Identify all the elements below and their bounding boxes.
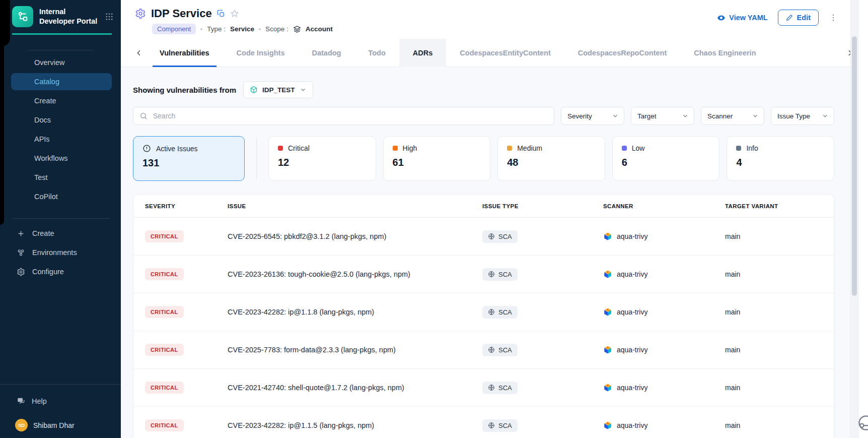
scanner-icon <box>603 307 612 317</box>
severity-badge: CRITICAL <box>145 230 184 242</box>
target-variant: main <box>725 232 834 240</box>
stat-label: Active Issues <box>156 145 197 153</box>
main-area: IDP Service Component Type : Service Sco… <box>121 0 868 438</box>
filter-issue-type[interactable]: Issue Type <box>771 107 834 125</box>
scrollbar-thumb[interactable] <box>852 36 857 296</box>
filter-selects: SeverityTargetScannerIssue Type <box>561 107 834 125</box>
scanner-cell: aqua-trivy <box>603 232 725 241</box>
scanner-name: aqua-trivy <box>617 346 647 354</box>
kind-badge: Component <box>152 24 196 34</box>
column-header-issue-type: ISSUE TYPE <box>482 203 603 209</box>
support-widget-icon[interactable] <box>857 414 868 432</box>
tab-adrs[interactable]: ADRs <box>399 39 446 67</box>
tab-todo[interactable]: Todo <box>354 39 399 67</box>
gear-icon <box>17 268 25 276</box>
sidebar-item-copilot[interactable]: CoPilot <box>11 188 112 205</box>
filter-target[interactable]: Target <box>631 107 694 125</box>
chevron-left-icon[interactable] <box>135 49 143 57</box>
severity-dot <box>622 146 627 151</box>
issue-type-icon <box>488 271 495 278</box>
sidebar-item-overview[interactable]: Overview <box>11 54 112 71</box>
edit-button[interactable]: Edit <box>778 10 819 26</box>
sidebar-item-create[interactable]: Create <box>11 92 112 109</box>
table-row[interactable]: CRITICALCVE-2021-42740: shell-quote@1.7.… <box>133 369 834 407</box>
issue-type-icon <box>488 384 495 391</box>
scanner-cell: aqua-trivy <box>603 307 725 317</box>
sidebar-item-test[interactable]: Test <box>11 169 112 186</box>
stats-divider <box>256 138 257 179</box>
sidebar-help[interactable]: ? Help <box>0 385 121 406</box>
stat-card-active-issues[interactable]: Active Issues 131 <box>133 136 245 181</box>
column-header-target-variant: TARGET VARIANT <box>725 203 834 209</box>
stat-card-low[interactable]: Low6 <box>612 136 720 181</box>
issue-text: CVE-2023-42282: ip@1.1.8 (lang-pkgs, npm… <box>228 308 482 316</box>
tab-codespacesrepocontent[interactable]: CodespacesRepoContent <box>564 39 680 67</box>
tabs: VulnerabilitiesCode InsightsDatadogTodoA… <box>146 39 770 67</box>
scanner-icon <box>603 345 612 354</box>
scope-value: Account <box>306 25 333 33</box>
tab-chaos-engineerin[interactable]: Chaos Engineerin <box>680 39 769 67</box>
tab-vulnerabilities[interactable]: Vulnerabilities <box>146 39 223 67</box>
severity-dot <box>507 146 512 151</box>
table-row[interactable]: CRITICALCVE-2023-42282: ip@1.1.8 (lang-p… <box>133 293 834 331</box>
table-row[interactable]: CRITICALCVE-2025-6545: pbkdf2@3.1.2 (lan… <box>133 218 834 256</box>
scanner-name: aqua-trivy <box>617 308 647 316</box>
sidebar-item-catalog[interactable]: Catalog <box>11 73 112 90</box>
copy-icon[interactable] <box>217 10 225 18</box>
sidebar-action-environments[interactable]: Environments <box>0 244 121 261</box>
sidebar-item-apis[interactable]: APIs <box>11 131 112 148</box>
target-variant: main <box>725 346 834 354</box>
table-row[interactable]: CRITICALCVE-2023-26136: tough-cookie@2.5… <box>133 256 834 293</box>
scanner-name: aqua-trivy <box>617 384 647 392</box>
stat-label: Medium <box>517 144 542 152</box>
tab-datadog[interactable]: Datadog <box>298 39 354 67</box>
scanner-cell: aqua-trivy <box>603 383 725 392</box>
sidebar-item-docs[interactable]: Docs <box>11 111 112 129</box>
search-input[interactable] <box>152 111 548 120</box>
sidebar-item-workflows[interactable]: Workflows <box>11 150 112 167</box>
apps-grid-icon[interactable] <box>105 12 114 21</box>
stat-label: Low <box>632 144 645 152</box>
stat-card-medium[interactable]: Medium48 <box>497 136 605 181</box>
severity-badge: CRITICAL <box>145 268 184 280</box>
separator-dot <box>200 28 202 30</box>
table-row[interactable]: CRITICALCVE-2023-42282: ip@1.1.5 (lang-p… <box>133 407 834 438</box>
stat-card-high[interactable]: High61 <box>383 136 491 181</box>
user-profile[interactable]: SD Shibam Dhar <box>0 406 121 431</box>
stat-value: 12 <box>278 157 367 168</box>
sidebar-action-configure[interactable]: Configure <box>0 263 121 280</box>
sidebar-action-create[interactable]: Create <box>0 225 121 242</box>
issue-type-icon <box>488 346 495 353</box>
stats-row: Active Issues 131 Critical12High61Medium… <box>133 136 834 181</box>
search-box <box>133 107 554 125</box>
severity-dot <box>393 146 398 151</box>
stat-card-info[interactable]: Info4 <box>727 136 834 181</box>
stat-value: 131 <box>142 157 235 169</box>
action-label: Configure <box>32 268 64 276</box>
tab-code-insights[interactable]: Code Insights <box>223 39 299 67</box>
favorite-star-icon[interactable] <box>230 9 239 18</box>
filter-severity[interactable]: Severity <box>561 107 624 125</box>
filter-scanner[interactable]: Scanner <box>701 107 764 125</box>
edit-icon <box>786 14 793 21</box>
chevron-down-icon <box>682 112 689 119</box>
issue-type-icon <box>488 308 495 316</box>
project-selector[interactable]: IDP_TEST <box>243 81 313 98</box>
portal-logo[interactable] <box>12 6 33 27</box>
more-icon[interactable] <box>829 13 838 22</box>
sidebar-footer: ? Help SD Shibam Dhar <box>0 384 121 431</box>
issue-type-chip: SCA <box>482 230 518 243</box>
table-row[interactable]: CRITICALCVE-2025-7783: form-data@2.3.3 (… <box>133 331 834 369</box>
scanner-icon <box>603 421 612 430</box>
stat-card-critical[interactable]: Critical12 <box>268 136 376 181</box>
view-yaml-button[interactable]: View YAML <box>717 14 767 22</box>
column-header-severity: SEVERITY <box>145 203 228 209</box>
sidebar-actions: CreateEnvironmentsConfigure <box>0 219 121 280</box>
sidebar-header: Internal Developer Portal <box>0 0 121 32</box>
tab-codespacesentitycontent[interactable]: CodespacesEntityContent <box>446 39 564 67</box>
action-label: Create <box>32 229 54 237</box>
severity-dot <box>736 146 741 151</box>
scanner-cell: aqua-trivy <box>603 270 725 279</box>
target-variant: main <box>725 421 834 429</box>
filter-label: Target <box>637 112 657 120</box>
